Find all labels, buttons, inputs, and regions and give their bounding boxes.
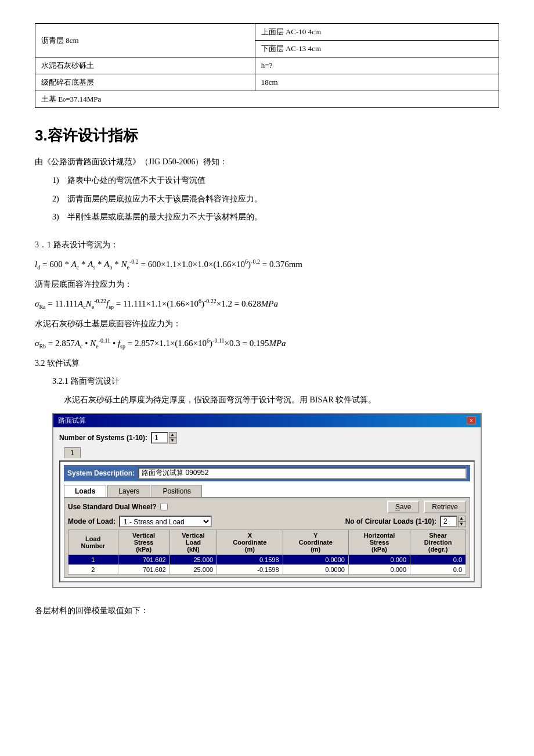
- section3-intro: 由《公路沥青路面设计规范》（JIG D50-2006）得知：: [35, 155, 499, 169]
- cell-x-coord: -0.1598: [217, 564, 283, 574]
- asphalt-layer-cell: 沥青层 8cm: [35, 24, 255, 57]
- cell-h-stress: 0.000: [348, 555, 410, 564]
- cell-h-stress: 0.000: [348, 564, 410, 574]
- cement-stress-label: 水泥石灰砂砾土基层底面容许拉应力为：: [35, 317, 499, 331]
- window-body: Number of Systems (1-10): 1 ▲ ▼ 1 System…: [53, 427, 481, 587]
- num-systems-input[interactable]: 1: [151, 432, 168, 444]
- mode-label: Mode of Load:: [68, 517, 116, 525]
- cell-y-coord: 0.0000: [283, 555, 348, 564]
- loads-table-body: 1 701.602 25.000 0.1598 0.0000 0.000 0.0…: [68, 555, 466, 574]
- software-window: 路面试算 × Number of Systems (1-10): 1 ▲ ▼ 1…: [52, 413, 482, 588]
- cell-load-num: 2: [68, 564, 118, 574]
- cell-y-coord: 0.0000: [283, 564, 348, 574]
- col-load-number: LoadNumber: [68, 530, 118, 555]
- cement-layer-cell: 水泥石灰砂砾土: [35, 57, 255, 74]
- num-systems-spinner[interactable]: ▲ ▼: [169, 432, 177, 444]
- no-circular-input[interactable]: 2: [440, 516, 457, 527]
- window-title: 路面试算: [58, 416, 86, 426]
- table-header-row: LoadNumber VerticalStress(kPa) VerticalL…: [68, 530, 466, 555]
- col-x-coordinate: XCoordinate(m): [217, 530, 283, 555]
- col-horizontal-stress: HorizontalStress(kPa): [348, 530, 410, 555]
- circular-spinner-down[interactable]: ▼: [458, 521, 466, 527]
- cell-shear-dir: 0.0: [410, 564, 466, 574]
- col-shear-direction: ShearDirection(degr.): [410, 530, 466, 555]
- cell-load-num: 1: [68, 555, 118, 564]
- circular-spinner[interactable]: ▲ ▼: [458, 516, 466, 527]
- cell-x-coord: 0.1598: [217, 555, 283, 564]
- footer-text: 各层材料的回弹模量取值如下：: [35, 606, 499, 616]
- mode-select[interactable]: 1 - Stress and Load 2 - Other: [119, 516, 212, 527]
- col-y-coordinate: YCoordinate(m): [283, 530, 348, 555]
- tab-layers[interactable]: Layers: [107, 485, 150, 497]
- loads-data-table: LoadNumber VerticalStress(kPa) VerticalL…: [68, 530, 466, 575]
- formula2: σRa = 11.111AcNe-0.22fsp = 11.111×1.1×(1…: [35, 296, 499, 312]
- num-systems-row: Number of Systems (1-10): 1 ▲ ▼: [59, 432, 475, 444]
- sub321-body: 水泥石灰砂砾土的厚度为待定厚度，假设路面弯沉等于设计弯沉。用 BISAR 软件试…: [64, 393, 499, 407]
- formula3: σRb = 2.857Ac • Ne-0.11 • fsp = 2.857×1.…: [35, 336, 499, 352]
- tab-loads[interactable]: Loads: [64, 485, 106, 497]
- toolbar-row1: Use Standard Dual Wheel? Save Retrieve: [68, 501, 466, 513]
- col-vertical-stress: VerticalStress(kPa): [118, 530, 169, 555]
- num-systems-label: Number of Systems (1-10):: [59, 434, 147, 442]
- system-tab-row: 1: [59, 447, 475, 458]
- save-button[interactable]: Save: [387, 501, 419, 513]
- gravel-layer-cell: 级配碎石底基层: [35, 74, 255, 91]
- spinner-down[interactable]: ▼: [169, 438, 177, 444]
- sub321-title: 3.2.1 路面弯沉设计: [52, 375, 499, 388]
- retrieve-button[interactable]: Retrieve: [424, 501, 466, 513]
- table-row[interactable]: 1 701.602 25.000 0.1598 0.0000 0.000 0.0: [68, 555, 466, 564]
- system-desc-label: System Description:: [67, 469, 135, 477]
- cell-v-stress: 701.602: [118, 555, 169, 564]
- subgrade-cell: 土基 E₀=37.14MPa: [35, 91, 499, 108]
- cell-v-load: 25.000: [169, 564, 217, 574]
- cell-v-stress: 701.602: [118, 564, 169, 574]
- sub31-title: 3．1 路表设计弯沉为：: [35, 238, 499, 252]
- item3: 3) 半刚性基层或底基层的最大拉应力不大于该材料层的。: [52, 210, 499, 224]
- system-desc-row: System Description:: [64, 465, 470, 481]
- use-standard-checkbox[interactable]: [160, 503, 168, 510]
- use-standard-label: Use Standard Dual Wheel?: [68, 503, 157, 511]
- pavement-structure-table: 沥青层 8cm 上面层 AC-10 4cm 下面层 AC-13 4cm 水泥石灰…: [35, 23, 499, 108]
- system-desc-input[interactable]: [138, 467, 467, 479]
- item2: 2) 沥青面层的层底拉应力不大于该层混合料容许拉应力。: [52, 192, 499, 206]
- col-vertical-load: VerticalLoad(kN): [169, 530, 217, 555]
- asphalt-stress-label: 沥青层底面容许拉应力为：: [35, 278, 499, 291]
- cell-v-load: 25.000: [169, 555, 217, 564]
- loads-tab-content: Use Standard Dual Wheel? Save Retrieve M…: [64, 498, 470, 578]
- spinner-up[interactable]: ▲: [169, 432, 177, 438]
- circular-spinner-up[interactable]: ▲: [458, 516, 466, 521]
- formula1: ld = 600 * Ac * As * Ab * Ne-0.2 = 600×1…: [35, 257, 499, 273]
- table-row[interactable]: 2 701.602 25.000 -0.1598 0.0000 0.000 0.…: [68, 564, 466, 574]
- top-layer-cell: 上面层 AC-10 4cm: [255, 24, 499, 41]
- cement-thickness-cell: h=?: [255, 57, 499, 74]
- system-tab-1[interactable]: 1: [64, 447, 81, 458]
- window-close-button[interactable]: ×: [467, 416, 476, 424]
- section3-heading: 3.容许设计指标: [35, 125, 499, 146]
- gravel-thickness-cell: 18cm: [255, 74, 499, 91]
- tab-positions[interactable]: Positions: [151, 485, 202, 497]
- toolbar-row2: Mode of Load: 1 - Stress and Load 2 - Ot…: [68, 516, 466, 527]
- window-titlebar: 路面试算 ×: [53, 414, 481, 427]
- no-circular-label: No of Circular Loads (1-10):: [345, 517, 436, 525]
- cell-shear-dir: 0.0: [410, 555, 466, 564]
- item1: 1) 路表中心处的弯沉值不大于设计弯沉值: [52, 174, 499, 188]
- system-panel: System Description: Loads Layers Positio…: [59, 460, 475, 582]
- tab-strip: Loads Layers Positions: [64, 485, 470, 498]
- bottom-layer-cell: 下面层 AC-13 4cm: [255, 41, 499, 57]
- sub32-title: 3.2 软件试算: [35, 357, 499, 370]
